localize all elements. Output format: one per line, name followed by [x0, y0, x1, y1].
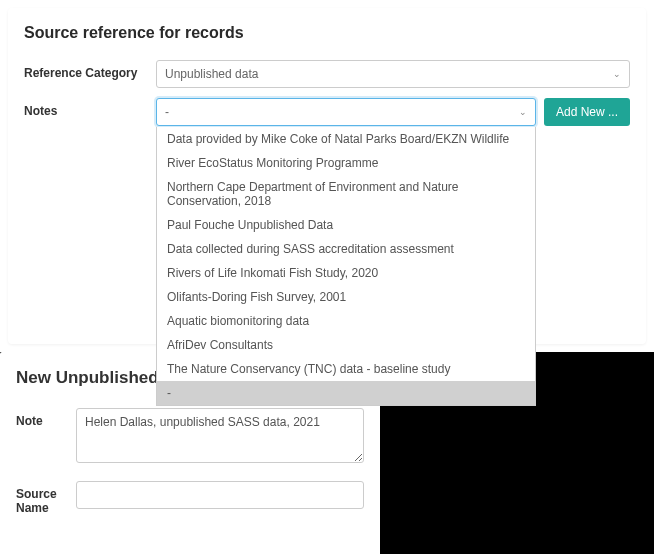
dropdown-item[interactable]: Olifants-Doring Fish Survey, 2001	[157, 285, 535, 309]
category-label: Reference Category	[24, 60, 156, 80]
notes-label: Notes	[24, 98, 156, 118]
notes-row: Notes - ⌄ Data provided by Mike Coke of …	[24, 98, 630, 126]
chevron-down-icon: ⌄	[519, 107, 527, 117]
panel-title: Source reference for records	[24, 24, 630, 42]
chevron-down-icon: ⌄	[613, 69, 621, 79]
dropdown-item[interactable]: Paul Fouche Unpublished Data	[157, 213, 535, 237]
dropdown-item[interactable]: River EcoStatus Monitoring Programme	[157, 151, 535, 175]
dropdown-item[interactable]: AfriDev Consultants	[157, 333, 535, 357]
source-label: Source Name	[16, 481, 76, 515]
notes-select[interactable]: - ⌄	[156, 98, 536, 126]
dropdown-item[interactable]: Rivers of Life Inkomati Fish Study, 2020	[157, 261, 535, 285]
notes-dropdown: Data provided by Mike Coke of Natal Park…	[156, 127, 536, 406]
source-row: Source Name	[16, 481, 364, 515]
category-row: Reference Category Unpublished data ⌄	[24, 60, 630, 88]
dropdown-item[interactable]: Data collected during SASS accreditation…	[157, 237, 535, 261]
source-reference-panel: Source reference for records Reference C…	[8, 8, 646, 344]
source-name-input[interactable]	[76, 481, 364, 509]
note-label: Note	[16, 408, 76, 428]
note-textarea[interactable]	[76, 408, 364, 463]
category-select-value: Unpublished data	[165, 67, 258, 81]
dropdown-item[interactable]: Aquatic biomonitoring data	[157, 309, 535, 333]
dropdown-item[interactable]: -	[157, 381, 535, 405]
dropdown-item[interactable]: Data provided by Mike Coke of Natal Park…	[157, 127, 535, 151]
notes-select-value: -	[165, 105, 169, 119]
category-select[interactable]: Unpublished data ⌄	[156, 60, 630, 88]
dropdown-item[interactable]: Northern Cape Department of Environment …	[157, 175, 535, 213]
add-new-button[interactable]: Add New ...	[544, 98, 630, 126]
dropdown-item[interactable]: The Nature Conservancy (TNC) data - base…	[157, 357, 535, 381]
note-row: Note	[16, 408, 364, 463]
